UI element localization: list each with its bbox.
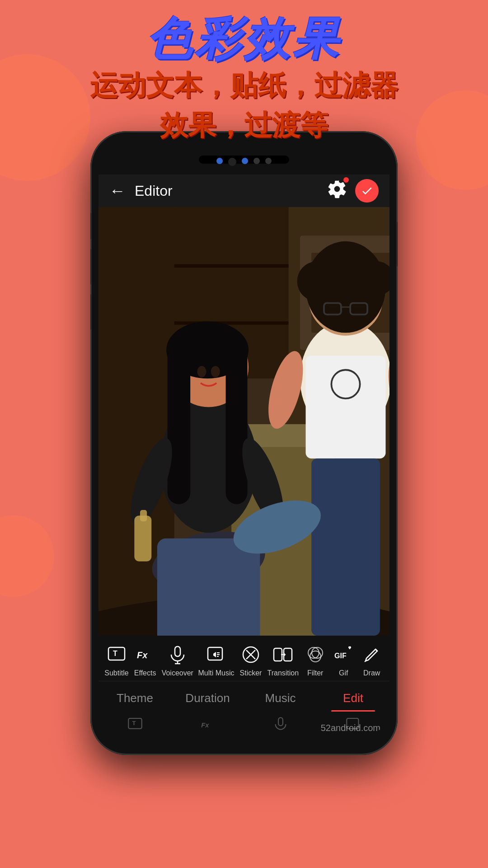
topbar-right xyxy=(327,179,379,203)
svg-rect-32 xyxy=(180,344,237,355)
tool-effects[interactable]: Fx Effects xyxy=(133,643,157,677)
svg-rect-17 xyxy=(306,356,386,459)
watermark: 52android.com xyxy=(321,723,380,733)
photo-svg xyxy=(99,207,389,636)
camera-sensor-4 xyxy=(265,158,272,164)
sticker-icon xyxy=(239,643,263,666)
tab-music[interactable]: Music xyxy=(244,687,317,712)
svg-rect-37 xyxy=(134,516,151,561)
notification-dot xyxy=(343,177,349,183)
svg-rect-43 xyxy=(175,646,180,656)
svg-rect-53 xyxy=(274,648,282,661)
bg-decoration-bottom xyxy=(0,515,54,597)
gif-icon: GIF xyxy=(332,643,355,666)
bottom-nav-3[interactable] xyxy=(244,716,317,732)
phone-wrapper: ← Editor xyxy=(90,131,398,755)
svg-text:GIF: GIF xyxy=(334,652,347,660)
camera-area xyxy=(216,158,272,166)
svg-rect-38 xyxy=(140,510,147,521)
svg-rect-31 xyxy=(226,344,248,504)
svg-point-33 xyxy=(197,366,206,377)
transition-label: Transition xyxy=(267,669,299,677)
subtitle-line2: 效果，过渡等 xyxy=(0,108,488,143)
tool-gif[interactable]: GIF Gif xyxy=(332,643,355,677)
phone-screen: ← Editor xyxy=(99,149,389,737)
editor-title: Editor xyxy=(135,183,173,199)
camera-sensor-1 xyxy=(216,158,223,164)
svg-text:T: T xyxy=(132,720,136,726)
volume-silent-button xyxy=(90,212,91,240)
voiceover-label: Voiceover xyxy=(162,669,193,677)
tool-sticker[interactable]: Sticker xyxy=(239,643,263,677)
toolbar-area: T Subtitle Fx Effe xyxy=(99,636,389,737)
svg-point-34 xyxy=(211,366,220,377)
photo-content xyxy=(99,207,389,636)
tool-voiceover[interactable]: Voiceover xyxy=(162,643,193,677)
header-area: 色彩效果 运动文本，贴纸，过滤器 效果，过渡等 xyxy=(0,14,488,142)
phone-notch xyxy=(99,149,389,175)
svg-text:Fx: Fx xyxy=(201,722,209,729)
svg-text:T: T xyxy=(113,650,117,657)
subtitle-label: Subtitle xyxy=(104,669,128,677)
tools-row: T Subtitle Fx Effe xyxy=(99,636,389,681)
confirm-button[interactable] xyxy=(355,179,379,203)
gif-label: Gif xyxy=(339,669,348,677)
multimusic-icon xyxy=(204,643,228,666)
svg-point-58 xyxy=(310,651,321,662)
tool-multimusic[interactable]: Multi Music xyxy=(198,643,234,677)
effects-label: Effects xyxy=(134,669,156,677)
phone-shell: ← Editor xyxy=(90,131,398,755)
voiceover-icon xyxy=(166,643,189,666)
camera-sensor-2 xyxy=(242,158,248,164)
tab-edit-label: Edit xyxy=(343,691,363,705)
tab-duration-label: Duration xyxy=(185,691,230,705)
bottom-nav-2[interactable]: Fx xyxy=(171,716,244,732)
svg-rect-26 xyxy=(157,538,260,636)
editor-topbar: ← Editor xyxy=(99,175,389,207)
tool-draw[interactable]: Draw xyxy=(360,643,384,677)
svg-rect-30 xyxy=(168,344,191,504)
back-button[interactable]: ← xyxy=(109,181,126,200)
settings-button[interactable] xyxy=(327,179,347,203)
tab-theme-label: Theme xyxy=(117,691,153,705)
tab-duration[interactable]: Duration xyxy=(171,687,244,712)
tab-edit[interactable]: Edit xyxy=(317,687,389,712)
topbar-left: ← Editor xyxy=(109,181,173,200)
subtitle-line1: 运动文本，贴纸，过滤器 xyxy=(0,68,488,103)
effects-icon: Fx xyxy=(133,643,157,666)
multimusic-label: Multi Music xyxy=(198,669,234,677)
sticker-label: Sticker xyxy=(240,669,262,677)
volume-down-button xyxy=(90,294,91,330)
svg-rect-67 xyxy=(278,717,283,726)
camera-sensor-3 xyxy=(253,158,260,164)
power-button xyxy=(397,222,398,267)
filter-label: Filter xyxy=(307,669,324,677)
volume-up-button xyxy=(90,249,91,285)
filter-icon xyxy=(304,643,327,666)
svg-rect-21 xyxy=(311,458,380,636)
tool-subtitle[interactable]: T Subtitle xyxy=(104,643,128,677)
main-title: 色彩效果 xyxy=(0,14,488,63)
tabs-row: Theme Duration Music Edit xyxy=(99,681,389,712)
app-content: ← Editor xyxy=(99,175,389,737)
draw-icon xyxy=(360,643,384,666)
svg-text:Fx: Fx xyxy=(137,650,148,660)
transition-icon xyxy=(271,643,295,666)
bottom-nav-1[interactable]: T xyxy=(99,716,171,732)
draw-label: Draw xyxy=(363,669,380,677)
tab-music-label: Music xyxy=(265,691,296,705)
tool-filter[interactable]: Filter xyxy=(304,643,327,677)
svg-point-16 xyxy=(330,248,362,280)
tool-transition[interactable]: Transition xyxy=(267,643,299,677)
tab-theme[interactable]: Theme xyxy=(99,687,171,712)
subtitle-icon: T xyxy=(105,643,128,666)
camera-lens xyxy=(228,158,236,166)
video-preview xyxy=(99,207,389,636)
